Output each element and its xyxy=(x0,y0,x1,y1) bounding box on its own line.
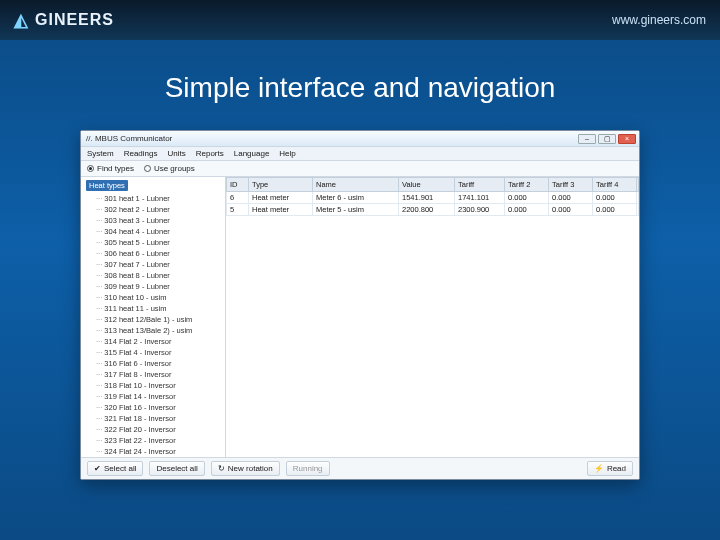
rotate-icon: ↻ xyxy=(218,464,225,473)
cell-tariff3: 0.000 xyxy=(549,192,593,204)
tree-item[interactable]: 301 heat 1 - Lubner xyxy=(96,193,222,204)
device-tree[interactable]: Heat types 301 heat 1 - Lubner302 heat 2… xyxy=(81,177,226,457)
window-body: Heat types 301 heat 1 - Lubner302 heat 2… xyxy=(81,177,639,457)
table-row[interactable]: 6Heat meterMeter 6 - usim1541.9011741.10… xyxy=(227,192,639,204)
deselect-all-label: Deselect all xyxy=(156,464,197,473)
company-url: www.gineers.com xyxy=(612,13,706,27)
close-button[interactable]: × xyxy=(618,134,636,144)
tree-item[interactable]: 318 Flat 10 - Inversor xyxy=(96,380,222,391)
cell-name: Meter 6 - usim xyxy=(313,192,399,204)
tree-list: 301 heat 1 - Lubner302 heat 2 - Lubner30… xyxy=(86,193,222,457)
read-label: Read xyxy=(607,464,626,473)
window-controls: – ▢ × xyxy=(578,134,636,144)
cell-type: Heat meter xyxy=(249,204,313,216)
table-header-row: ID Type Name Value Tariff Tariff 2 Tarif… xyxy=(227,178,639,192)
tree-item[interactable]: 306 heat 6 - Lubner xyxy=(96,248,222,259)
tree-item[interactable]: 313 heat 13/Bale 2) - usim xyxy=(96,325,222,336)
tree-item[interactable]: 304 heat 4 - Lubner xyxy=(96,226,222,237)
cell-date: 14.04.2017 8:32:00 xyxy=(637,192,639,204)
tree-item[interactable]: 308 heat 8 - Lubner xyxy=(96,270,222,281)
tree-item[interactable]: 314 Flat 2 - Inversor xyxy=(96,336,222,347)
tree-item[interactable]: 309 heat 9 - Lubner xyxy=(96,281,222,292)
tree-item[interactable]: 305 heat 5 - Lubner xyxy=(96,237,222,248)
tree-item[interactable]: 317 Flat 8 - Inversor xyxy=(96,369,222,380)
radio-dot-icon xyxy=(144,165,151,172)
cell-name: Meter 5 - usim xyxy=(313,204,399,216)
radio-use-groups[interactable]: Use groups xyxy=(144,164,195,173)
tree-item[interactable]: 312 heat 12/Bale 1) - usim xyxy=(96,314,222,325)
radio-use-groups-label: Use groups xyxy=(154,164,195,173)
cell-tariff4: 0.000 xyxy=(593,192,637,204)
app-window: //. MBUS Communicator – ▢ × System Readi… xyxy=(80,130,640,480)
col-value[interactable]: Value xyxy=(399,178,455,192)
menu-bar: System Readings Units Reports Language H… xyxy=(81,147,639,161)
tree-root[interactable]: Heat types xyxy=(86,180,128,191)
tree-item[interactable]: 307 heat 7 - Lubner xyxy=(96,259,222,270)
readings-table[interactable]: ID Type Name Value Tariff Tariff 2 Tarif… xyxy=(226,177,639,216)
col-id[interactable]: ID xyxy=(227,178,249,192)
check-icon: ✔ xyxy=(94,464,101,473)
cell-tariff2: 0.000 xyxy=(505,204,549,216)
tree-item[interactable]: 324 Flat 24 - Inversor xyxy=(96,446,222,457)
grid-empty-area xyxy=(226,216,639,457)
tree-item[interactable]: 315 Flat 4 - Inversor xyxy=(96,347,222,358)
running-label: Running xyxy=(293,464,323,473)
cell-tariff3: 0.000 xyxy=(549,204,593,216)
deselect-all-button[interactable]: Deselect all xyxy=(149,461,204,476)
cell-date: 14.04.2017 8:32:38 xyxy=(637,204,639,216)
col-name[interactable]: Name xyxy=(313,178,399,192)
new-rotation-button[interactable]: ↻ New rotation xyxy=(211,461,280,476)
filter-row: Find types Use groups xyxy=(81,161,639,177)
cell-tariff: 1741.101 xyxy=(455,192,505,204)
slide-title: Simple interface and navigation xyxy=(0,72,720,104)
col-tariff4[interactable]: Tariff 4 xyxy=(593,178,637,192)
window-titlebar[interactable]: //. MBUS Communicator – ▢ × xyxy=(81,131,639,147)
branding-bar: ◭ GINEERS www.gineers.com xyxy=(0,0,720,40)
bottom-toolbar: ✔ Select all Deselect all ↻ New rotation… xyxy=(81,457,639,479)
col-tariff3[interactable]: Tariff 3 xyxy=(549,178,593,192)
cell-id: 5 xyxy=(227,204,249,216)
cell-value: 2200.800 xyxy=(399,204,455,216)
menu-reports[interactable]: Reports xyxy=(196,149,224,158)
company-logo: ◭ GINEERS xyxy=(14,9,114,31)
window-title: //. MBUS Communicator xyxy=(84,134,172,143)
cell-value: 1541.901 xyxy=(399,192,455,204)
tree-item[interactable]: 321 Flat 18 - Inversor xyxy=(96,413,222,424)
menu-language[interactable]: Language xyxy=(234,149,270,158)
tree-item[interactable]: 311 heat 11 - usim xyxy=(96,303,222,314)
menu-help[interactable]: Help xyxy=(279,149,295,158)
radio-find-types-label: Find types xyxy=(97,164,134,173)
radio-find-types[interactable]: Find types xyxy=(87,164,134,173)
col-tariff2[interactable]: Tariff 2 xyxy=(505,178,549,192)
tree-item[interactable]: 320 Flat 16 - Inversor xyxy=(96,402,222,413)
menu-system[interactable]: System xyxy=(87,149,114,158)
tree-item[interactable]: 316 Flat 6 - Inversor xyxy=(96,358,222,369)
col-date[interactable]: Date xyxy=(637,178,639,192)
tree-item[interactable]: 319 Flat 14 - Inversor xyxy=(96,391,222,402)
menu-readings[interactable]: Readings xyxy=(124,149,158,158)
menu-units[interactable]: Units xyxy=(167,149,185,158)
tree-item[interactable]: 322 Flat 20 - Inversor xyxy=(96,424,222,435)
cell-type: Heat meter xyxy=(249,192,313,204)
read-button[interactable]: ⚡ Read xyxy=(587,461,633,476)
select-all-button[interactable]: ✔ Select all xyxy=(87,461,143,476)
radio-dot-icon xyxy=(87,165,94,172)
cell-id: 6 xyxy=(227,192,249,204)
tree-item[interactable]: 310 heat 10 - usim xyxy=(96,292,222,303)
tree-item[interactable]: 302 heat 2 - Lubner xyxy=(96,204,222,215)
logo-icon: ◭ xyxy=(14,9,29,31)
maximize-button[interactable]: ▢ xyxy=(598,134,616,144)
cell-tariff: 2300.900 xyxy=(455,204,505,216)
col-type[interactable]: Type xyxy=(249,178,313,192)
minimize-button[interactable]: – xyxy=(578,134,596,144)
cell-tariff2: 0.000 xyxy=(505,192,549,204)
col-tariff[interactable]: Tariff xyxy=(455,178,505,192)
lightning-icon: ⚡ xyxy=(594,464,604,473)
grid-area: ID Type Name Value Tariff Tariff 2 Tarif… xyxy=(226,177,639,457)
new-rotation-label: New rotation xyxy=(228,464,273,473)
table-row[interactable]: 5Heat meterMeter 5 - usim2200.8002300.90… xyxy=(227,204,639,216)
running-button: Running xyxy=(286,461,330,476)
tree-item[interactable]: 303 heat 3 - Lubner xyxy=(96,215,222,226)
cell-tariff4: 0.000 xyxy=(593,204,637,216)
tree-item[interactable]: 323 Flat 22 - Inversor xyxy=(96,435,222,446)
